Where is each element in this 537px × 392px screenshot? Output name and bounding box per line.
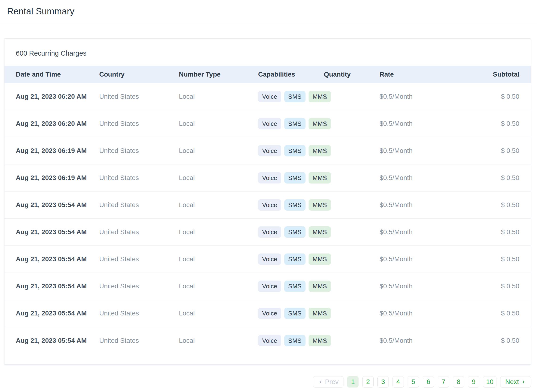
sms-capability-badge: SMS bbox=[284, 335, 306, 346]
cell-country: United States bbox=[99, 337, 179, 344]
page-10-button[interactable]: 10 bbox=[483, 376, 496, 387]
cell-capabilities: VoiceSMSMMS bbox=[258, 226, 324, 238]
page-8-button[interactable]: 8 bbox=[453, 376, 464, 387]
cell-country: United States bbox=[99, 201, 179, 209]
cell-rate: $0.5/Month bbox=[380, 147, 469, 154]
cell-subtotal: $ 0.50 bbox=[469, 337, 519, 344]
cell-number-type: Local bbox=[179, 255, 258, 263]
cell-subtotal: $ 0.50 bbox=[469, 147, 519, 154]
cell-quantity: 1 bbox=[324, 255, 380, 263]
cell-quantity: 1 bbox=[324, 93, 380, 100]
table-row: Aug 21, 2023 05:54 AM United States Loca… bbox=[5, 273, 531, 300]
table-header-row: Date and Time Country Number Type Capabi… bbox=[5, 66, 531, 83]
cell-date-time: Aug 21, 2023 06:20 AM bbox=[16, 120, 99, 127]
cell-number-type: Local bbox=[179, 282, 258, 290]
table-row: Aug 21, 2023 06:20 AM United States Loca… bbox=[5, 83, 531, 110]
cell-date-time: Aug 21, 2023 05:54 AM bbox=[16, 255, 99, 263]
table-row: Aug 21, 2023 05:54 AM United States Loca… bbox=[5, 300, 531, 327]
cell-quantity: 1 bbox=[324, 120, 380, 127]
page-title: Rental Summary bbox=[7, 6, 75, 16]
cell-rate: $0.5/Month bbox=[380, 282, 469, 290]
sms-capability-badge: SMS bbox=[284, 172, 306, 183]
cell-number-type: Local bbox=[179, 310, 258, 317]
sms-capability-badge: SMS bbox=[284, 145, 306, 156]
cell-number-type: Local bbox=[179, 147, 258, 154]
sms-capability-badge: SMS bbox=[284, 308, 306, 319]
cell-subtotal: $ 0.50 bbox=[469, 255, 519, 263]
chevron-left-icon bbox=[318, 379, 323, 385]
recurring-charges-card: 600 Recurring Charges Date and Time Coun… bbox=[4, 38, 531, 364]
cell-number-type: Local bbox=[179, 337, 258, 344]
cell-quantity: 1 bbox=[324, 337, 380, 344]
voice-capability-badge: Voice bbox=[258, 172, 281, 183]
cell-date-time: Aug 21, 2023 05:54 AM bbox=[16, 228, 99, 236]
cell-subtotal: $ 0.50 bbox=[469, 201, 519, 209]
table-row: Aug 21, 2023 05:54 AM United States Loca… bbox=[5, 246, 531, 273]
page-9-button[interactable]: 9 bbox=[468, 376, 479, 387]
cell-quantity: 1 bbox=[324, 310, 380, 317]
page-header: Rental Summary bbox=[0, 0, 537, 23]
table-row: Aug 21, 2023 06:19 AM United States Loca… bbox=[5, 137, 531, 164]
cell-country: United States bbox=[99, 228, 179, 236]
page-3-button[interactable]: 3 bbox=[377, 376, 389, 387]
cell-number-type: Local bbox=[179, 201, 258, 209]
cell-rate: $0.5/Month bbox=[380, 255, 469, 263]
cell-country: United States bbox=[99, 93, 179, 100]
cell-subtotal: $ 0.50 bbox=[469, 174, 519, 182]
table-row: Aug 21, 2023 06:19 AM United States Loca… bbox=[5, 164, 531, 191]
cell-date-time: Aug 21, 2023 06:19 AM bbox=[16, 174, 99, 182]
column-header-date-time: Date and Time bbox=[16, 71, 99, 78]
page-7-button[interactable]: 7 bbox=[438, 376, 449, 387]
sms-capability-badge: SMS bbox=[284, 226, 306, 238]
cell-subtotal: $ 0.50 bbox=[469, 282, 519, 290]
cell-capabilities: VoiceSMSMMS bbox=[258, 145, 324, 156]
cell-number-type: Local bbox=[179, 174, 258, 182]
sms-capability-badge: SMS bbox=[284, 253, 306, 265]
cell-subtotal: $ 0.50 bbox=[469, 120, 519, 127]
cell-country: United States bbox=[99, 255, 179, 263]
pagination: Prev 12345678910 Next bbox=[0, 376, 531, 387]
column-header-rate: Rate bbox=[380, 71, 469, 78]
cell-country: United States bbox=[99, 120, 179, 127]
cell-rate: $0.5/Month bbox=[380, 201, 469, 209]
page-1-button[interactable]: 1 bbox=[347, 376, 358, 387]
column-header-number-type: Number Type bbox=[179, 71, 258, 78]
cell-number-type: Local bbox=[179, 228, 258, 236]
table-row: Aug 21, 2023 06:20 AM United States Loca… bbox=[5, 110, 531, 137]
cell-capabilities: VoiceSMSMMS bbox=[258, 308, 324, 319]
page-5-button[interactable]: 5 bbox=[408, 376, 419, 387]
voice-capability-badge: Voice bbox=[258, 91, 281, 102]
sms-capability-badge: SMS bbox=[284, 118, 306, 129]
cell-quantity: 1 bbox=[324, 174, 380, 182]
page-2-button[interactable]: 2 bbox=[362, 376, 374, 387]
table-row: Aug 21, 2023 05:54 AM United States Loca… bbox=[5, 219, 531, 246]
cell-date-time: Aug 21, 2023 06:20 AM bbox=[16, 93, 99, 100]
voice-capability-badge: Voice bbox=[258, 280, 281, 292]
cell-rate: $0.5/Month bbox=[380, 93, 469, 100]
cell-subtotal: $ 0.50 bbox=[469, 310, 519, 317]
page-4-button[interactable]: 4 bbox=[392, 376, 404, 387]
voice-capability-badge: Voice bbox=[258, 308, 281, 319]
cell-date-time: Aug 21, 2023 05:54 AM bbox=[16, 282, 99, 290]
next-page-label: Next bbox=[505, 378, 519, 386]
cell-subtotal: $ 0.50 bbox=[469, 228, 519, 236]
voice-capability-badge: Voice bbox=[258, 253, 281, 265]
cell-subtotal: $ 0.50 bbox=[469, 93, 519, 100]
column-header-quantity: Quantity bbox=[324, 71, 380, 78]
prev-page-label: Prev bbox=[325, 378, 339, 386]
voice-capability-badge: Voice bbox=[258, 118, 281, 129]
cell-quantity: 1 bbox=[324, 147, 380, 154]
cell-country: United States bbox=[99, 147, 179, 154]
prev-page-button[interactable]: Prev bbox=[313, 376, 344, 387]
cell-date-time: Aug 21, 2023 05:54 AM bbox=[16, 201, 99, 209]
cell-quantity: 1 bbox=[324, 201, 380, 209]
column-header-country: Country bbox=[99, 71, 179, 78]
table-body: Aug 21, 2023 06:20 AM United States Loca… bbox=[5, 83, 531, 354]
cell-capabilities: VoiceSMSMMS bbox=[258, 335, 324, 346]
column-header-subtotal: Subtotal bbox=[469, 71, 519, 78]
table-row: Aug 21, 2023 05:54 AM United States Loca… bbox=[5, 327, 531, 354]
card-title: 600 Recurring Charges bbox=[5, 39, 531, 66]
page-6-button[interactable]: 6 bbox=[423, 376, 434, 387]
cell-rate: $0.5/Month bbox=[380, 310, 469, 317]
next-page-button[interactable]: Next bbox=[500, 376, 531, 387]
